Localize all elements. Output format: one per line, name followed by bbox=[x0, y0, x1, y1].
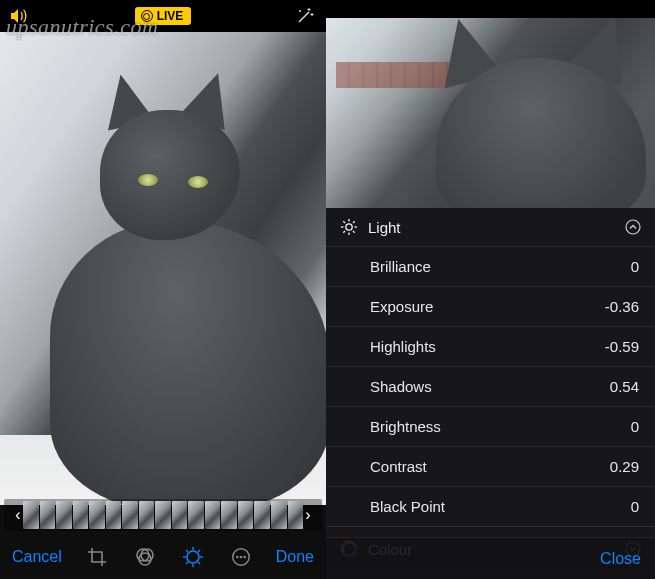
value-exposure: -0.36 bbox=[605, 298, 639, 315]
svg-point-15 bbox=[243, 556, 246, 559]
bottom-toolbar: Cancel Done bbox=[0, 535, 326, 579]
svg-line-22 bbox=[353, 231, 355, 233]
more-icon[interactable] bbox=[230, 546, 252, 568]
svg-point-25 bbox=[626, 220, 640, 234]
live-label: LIVE bbox=[157, 9, 184, 23]
sound-icon[interactable] bbox=[10, 8, 28, 24]
section-light-label: Light bbox=[368, 219, 401, 236]
photo-preview[interactable] bbox=[0, 32, 326, 505]
live-concentric-icon bbox=[141, 10, 153, 22]
crop-icon[interactable] bbox=[86, 546, 108, 568]
svg-line-24 bbox=[343, 231, 345, 233]
light-sun-icon bbox=[340, 218, 358, 236]
editor-left-pane: LIVE ‹ › Cancel bbox=[0, 0, 326, 579]
svg-line-23 bbox=[353, 221, 355, 223]
filmstrip-frames[interactable] bbox=[23, 501, 303, 529]
adjustments-panel: Light Brilliance 0 Exposure -0.36 Highli… bbox=[326, 208, 655, 579]
label-brightness: Brightness bbox=[370, 418, 441, 435]
value-highlights: -0.59 bbox=[605, 338, 639, 355]
live-photo-filmstrip[interactable]: ‹ › bbox=[4, 499, 322, 531]
value-shadows: 0.54 bbox=[610, 378, 639, 395]
adjust-dial-icon[interactable] bbox=[182, 546, 204, 568]
svg-line-8 bbox=[186, 550, 188, 552]
editor-right-pane: Light Brilliance 0 Exposure -0.36 Highli… bbox=[326, 0, 655, 579]
section-light[interactable]: Light bbox=[326, 208, 655, 246]
svg-point-3 bbox=[187, 551, 199, 563]
close-button[interactable]: Close bbox=[600, 550, 641, 568]
status-bar bbox=[326, 0, 655, 18]
chevron-left-icon[interactable]: ‹ bbox=[14, 507, 22, 523]
value-black-point: 0 bbox=[631, 498, 639, 515]
row-highlights[interactable]: Highlights -0.59 bbox=[326, 326, 655, 366]
label-brilliance: Brilliance bbox=[370, 258, 431, 275]
row-exposure[interactable]: Exposure -0.36 bbox=[326, 286, 655, 326]
svg-point-2 bbox=[139, 553, 151, 565]
label-contrast: Contrast bbox=[370, 458, 427, 475]
label-exposure: Exposure bbox=[370, 298, 433, 315]
svg-point-13 bbox=[236, 556, 239, 559]
filters-icon[interactable] bbox=[134, 546, 156, 568]
edit-tools bbox=[86, 546, 252, 568]
row-black-point[interactable]: Black Point 0 bbox=[326, 486, 655, 526]
row-brightness[interactable]: Brightness 0 bbox=[326, 406, 655, 446]
svg-line-11 bbox=[186, 562, 188, 564]
svg-line-21 bbox=[343, 221, 345, 223]
value-contrast: 0.29 bbox=[610, 458, 639, 475]
chevron-up-icon bbox=[625, 219, 641, 235]
row-brilliance[interactable]: Brilliance 0 bbox=[326, 246, 655, 286]
top-bar: LIVE bbox=[0, 0, 326, 32]
row-contrast[interactable]: Contrast 0.29 bbox=[326, 446, 655, 486]
magic-wand-icon[interactable] bbox=[296, 7, 314, 25]
photo-preview-right[interactable] bbox=[326, 18, 655, 208]
label-black-point: Black Point bbox=[370, 498, 445, 515]
label-highlights: Highlights bbox=[370, 338, 436, 355]
value-brilliance: 0 bbox=[631, 258, 639, 275]
chevron-right-icon[interactable]: › bbox=[304, 507, 312, 523]
done-button[interactable]: Done bbox=[276, 548, 314, 566]
svg-line-10 bbox=[198, 550, 200, 552]
cancel-button[interactable]: Cancel bbox=[12, 548, 62, 566]
value-brightness: 0 bbox=[631, 418, 639, 435]
row-shadows[interactable]: Shadows 0.54 bbox=[326, 366, 655, 406]
live-badge[interactable]: LIVE bbox=[135, 7, 192, 25]
label-shadows: Shadows bbox=[370, 378, 432, 395]
svg-line-9 bbox=[198, 562, 200, 564]
svg-point-14 bbox=[239, 556, 242, 559]
close-bar: Close bbox=[326, 537, 655, 579]
svg-point-16 bbox=[346, 224, 352, 230]
